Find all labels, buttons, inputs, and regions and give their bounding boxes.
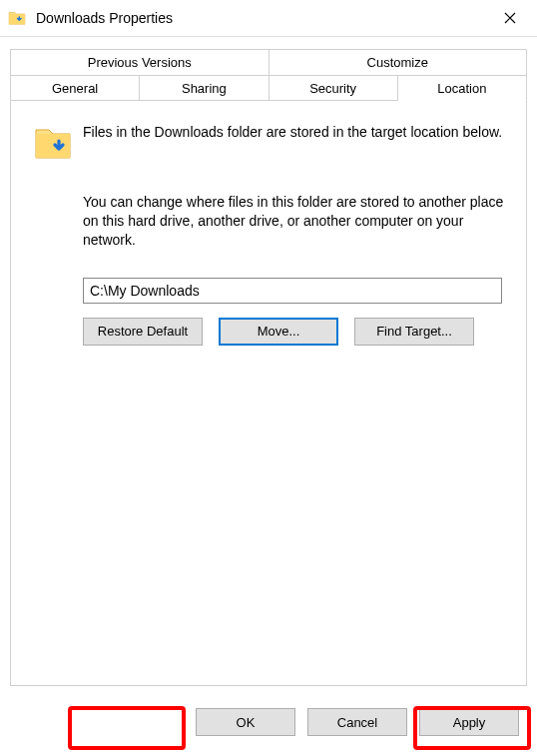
tab-sharing[interactable]: Sharing (140, 75, 268, 101)
ok-button[interactable]: OK (196, 708, 295, 736)
content-area: Previous Versions Customize General Shar… (0, 37, 537, 686)
titlebar: Downloads Properties (0, 0, 537, 36)
restore-default-button[interactable]: Restore Default (83, 318, 203, 346)
downloads-folder-large-icon (33, 123, 73, 163)
location-path-input[interactable] (83, 278, 502, 304)
tab-customize[interactable]: Customize (269, 49, 528, 75)
location-buttons: Restore Default Move... Find Target... (83, 318, 504, 346)
cancel-button[interactable]: Cancel (307, 708, 407, 736)
dialog-footer: OK Cancel Apply (190, 702, 525, 742)
downloads-folder-icon (8, 9, 26, 27)
window-title: Downloads Properties (36, 10, 487, 26)
find-target-button[interactable]: Find Target... (354, 318, 474, 346)
tab-general[interactable]: General (10, 75, 140, 101)
apply-button[interactable]: Apply (419, 708, 519, 736)
location-description: Files in the Downloads folder are stored… (83, 123, 502, 142)
highlight-ok (68, 706, 186, 750)
tab-security[interactable]: Security (269, 75, 398, 101)
location-panel: Files in the Downloads folder are stored… (10, 101, 527, 686)
tabs-row-upper: Previous Versions Customize (10, 49, 527, 75)
close-button[interactable] (487, 3, 533, 33)
tab-location[interactable]: Location (398, 75, 527, 101)
location-info: You can change where files in this folde… (83, 193, 504, 250)
move-button[interactable]: Move... (219, 318, 338, 346)
tab-previous-versions[interactable]: Previous Versions (10, 49, 269, 75)
tabs-row-lower: General Sharing Security Location (10, 75, 527, 101)
close-icon (504, 12, 516, 24)
